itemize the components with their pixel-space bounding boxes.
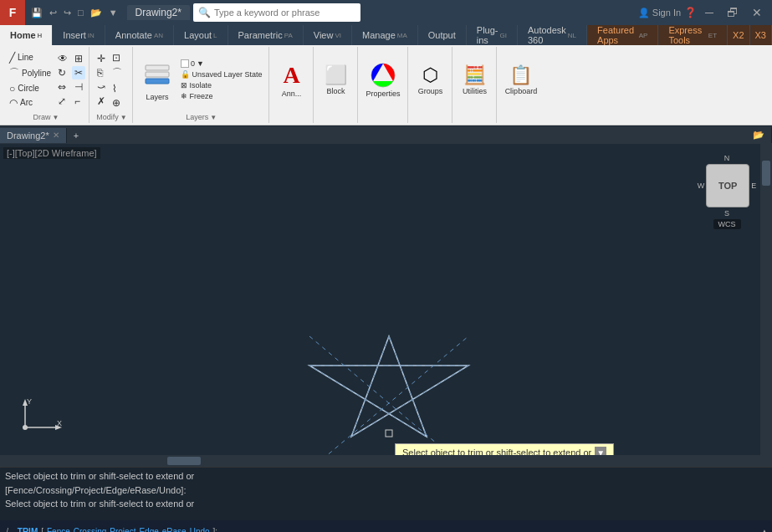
tab-featured[interactable]: Featured AppsAP bbox=[587, 25, 658, 45]
viewport-scrollbar-vertical[interactable] bbox=[760, 144, 772, 467]
join-btn[interactable]: ⊕ bbox=[110, 96, 125, 110]
tab-x2[interactable]: X2 bbox=[728, 25, 749, 45]
sign-in-btn[interactable]: 👤 Sign In bbox=[638, 8, 681, 18]
restore-btn[interactable]: 🗗 bbox=[722, 6, 744, 19]
scale-icon: ⤢ bbox=[58, 95, 66, 107]
copy-btn[interactable]: ⎘ bbox=[95, 66, 108, 79]
move-btn[interactable]: ✛ bbox=[95, 52, 108, 65]
clipboard-group-label[interactable] bbox=[502, 113, 541, 121]
stretch-btn[interactable]: ⤻ bbox=[95, 80, 108, 94]
view-icon: 👁 bbox=[58, 53, 68, 64]
manage-layers-btn[interactable]: Layers bbox=[138, 55, 176, 105]
tab-bar: Drawing2* ✕ + 📂 bbox=[0, 125, 772, 144]
new-qa-btn[interactable]: □ bbox=[75, 6, 86, 19]
tab-view[interactable]: ViewVI bbox=[304, 25, 352, 45]
offset-btn[interactable]: ⊞ bbox=[72, 52, 85, 65]
groups-btn[interactable]: ⬡ Groups bbox=[413, 55, 448, 105]
properties-icon bbox=[370, 62, 396, 89]
tab-layout[interactable]: LayoutL bbox=[174, 25, 228, 45]
view-btn[interactable]: 👁 bbox=[55, 52, 70, 65]
utilities-btn[interactable]: 🧮 Utilities bbox=[458, 55, 493, 105]
file-open-icon: 📂 bbox=[753, 130, 764, 141]
ribbon-group-clipboard: 📋 Clipboard bbox=[498, 47, 544, 123]
new-tab-btn[interactable]: + bbox=[67, 128, 85, 143]
array-btn[interactable]: ⊡ bbox=[110, 51, 125, 64]
polyline-btn[interactable]: ⌒ Polyline bbox=[7, 65, 54, 81]
drawing-canvas[interactable] bbox=[0, 144, 772, 467]
clipboard-btn[interactable]: 📋 Clipboard bbox=[502, 55, 541, 105]
properties-group-label[interactable] bbox=[363, 113, 404, 121]
scale-btn[interactable]: ⤢ bbox=[55, 95, 70, 108]
tab-output[interactable]: Output bbox=[418, 25, 467, 45]
circle-btn[interactable]: ○ Circle bbox=[7, 82, 54, 95]
command-input[interactable] bbox=[221, 526, 757, 533]
clipboard-icon: 📋 bbox=[509, 64, 532, 86]
wcs-label[interactable]: WCS bbox=[713, 219, 741, 229]
search-box[interactable]: 🔍 bbox=[193, 3, 360, 22]
ribbon-tab-bar: HomeH InsertIN AnnotateAN LayoutL Parame… bbox=[0, 25, 772, 45]
line-btn[interactable]: ╱ Line bbox=[7, 51, 54, 64]
layer-isolate-btn[interactable]: ⊠ Isolate bbox=[178, 80, 265, 90]
block-btn[interactable]: ⬜ Block bbox=[319, 55, 354, 105]
close-btn[interactable]: ✕ bbox=[747, 6, 767, 19]
svg-marker-6 bbox=[309, 336, 468, 437]
fillet-btn[interactable]: ⌒ bbox=[110, 65, 125, 81]
ribbon-group-groups: ⬡ Groups bbox=[410, 47, 452, 123]
chamfer-btn[interactable]: ⌐ bbox=[72, 95, 85, 108]
layers-group-label[interactable]: Layers ▼ bbox=[138, 113, 265, 121]
file-open-btn[interactable]: 📂 bbox=[746, 127, 772, 143]
clipboard-label: Clipboard bbox=[505, 87, 538, 95]
minimize-btn[interactable]: ─ bbox=[700, 6, 718, 19]
help-btn[interactable]: ❓ bbox=[684, 7, 697, 18]
undo-qa-btn[interactable]: ↩ bbox=[47, 6, 59, 20]
tab-insert[interactable]: InsertIN bbox=[53, 25, 105, 45]
tab-manage[interactable]: ManageMA bbox=[352, 25, 418, 45]
draw-group-label[interactable]: Draw ▼ bbox=[7, 113, 85, 121]
navcube-top[interactable]: TOP bbox=[706, 164, 749, 207]
block-icon: ⬜ bbox=[325, 64, 347, 86]
arc-btn[interactable]: ◠ Arc bbox=[7, 96, 54, 110]
mirror-btn[interactable]: ⇔ bbox=[55, 80, 70, 94]
tab-autodesk360[interactable]: Autodesk 360NL bbox=[518, 25, 587, 45]
break-btn[interactable]: ⌇ bbox=[110, 82, 125, 95]
layers-small-btns: 0 ▼ 🔓 Unsaved Layer State ⊠ Isolate ❄ Fr… bbox=[178, 59, 265, 101]
annotation-btn[interactable]: A Ann... bbox=[274, 55, 309, 105]
layer-dropdown[interactable]: 0 ▼ bbox=[178, 59, 265, 69]
utilities-group-label[interactable] bbox=[458, 113, 493, 121]
doc-tab-drawing2[interactable]: Drawing2* ✕ bbox=[0, 128, 67, 143]
rotate-btn[interactable]: ↻ bbox=[55, 66, 70, 79]
title-bar: F 💾 ↩ ↪ □ 📂 ▼ Drawing2* 🔍 👤 Sign In ❓ ─ … bbox=[0, 0, 772, 25]
open-qa-btn[interactable]: 📂 bbox=[88, 6, 105, 20]
tab-parametric[interactable]: ParametricPA bbox=[228, 25, 304, 45]
redo-qa-btn[interactable]: ↪ bbox=[61, 6, 74, 20]
doc-tab-close[interactable]: ✕ bbox=[53, 130, 59, 140]
scrollbar-thumb-v[interactable] bbox=[762, 161, 770, 186]
qa-more-btn[interactable]: ▼ bbox=[106, 6, 120, 19]
tab-plugins[interactable]: Plug-insGI bbox=[467, 25, 518, 45]
tab-x3[interactable]: X3 bbox=[750, 25, 772, 45]
annotation-group-label[interactable] bbox=[274, 113, 309, 121]
groups-group-label[interactable] bbox=[413, 113, 448, 121]
delete-btn[interactable]: ✗ bbox=[95, 95, 108, 108]
stretch-icon: ⤻ bbox=[97, 81, 105, 93]
layer-freeze-btn[interactable]: ❄ Freeze bbox=[178, 91, 265, 101]
layer-lock-btn[interactable]: 🔓 Unsaved Layer State bbox=[178, 69, 265, 79]
extend-btn[interactable]: ⊣ bbox=[72, 80, 85, 94]
block-group-label[interactable] bbox=[319, 113, 354, 121]
navcube-top-label: TOP bbox=[718, 181, 737, 191]
properties-btn[interactable]: Properties bbox=[363, 55, 404, 105]
command-expand-btn[interactable]: ▲ bbox=[760, 527, 769, 533]
delete-icon: ✗ bbox=[97, 95, 105, 107]
file-title: Drawing2* bbox=[127, 5, 190, 20]
app-icon[interactable]: F bbox=[0, 0, 25, 25]
save-qa-btn[interactable]: 💾 bbox=[28, 6, 45, 20]
search-input[interactable] bbox=[214, 8, 331, 18]
tab-home[interactable]: HomeH bbox=[0, 25, 53, 45]
trim-btn[interactable]: ✂ bbox=[72, 66, 85, 79]
tab-express[interactable]: Express ToolsET bbox=[658, 25, 728, 45]
scrollbar-thumb-h[interactable] bbox=[167, 457, 201, 465]
modify-group-label[interactable]: Modify ▼ bbox=[95, 113, 129, 121]
viewport-scrollbar-horizontal[interactable] bbox=[0, 455, 760, 467]
tab-annotate[interactable]: AnnotateAN bbox=[105, 25, 174, 45]
ribbon: HomeH InsertIN AnnotateAN LayoutL Parame… bbox=[0, 25, 772, 125]
